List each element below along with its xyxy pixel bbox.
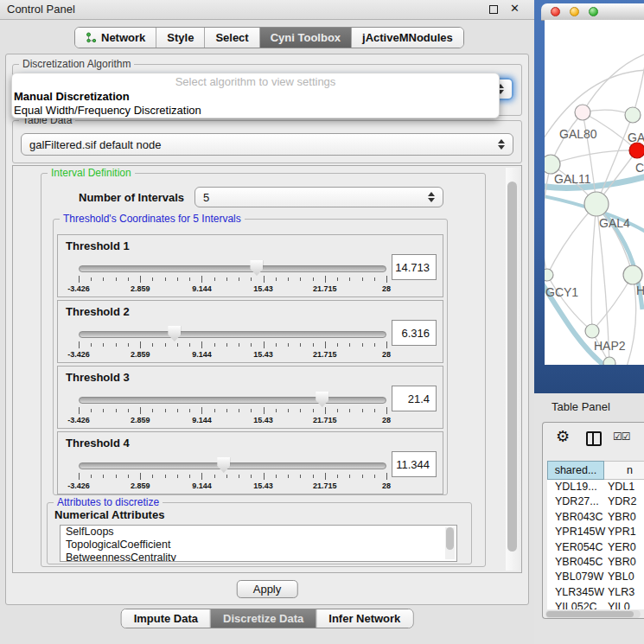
tick-mark	[313, 277, 314, 281]
network-node[interactable]	[545, 155, 560, 174]
number-of-intervals-combobox[interactable]: 5	[194, 187, 443, 207]
network-node[interactable]	[585, 324, 599, 338]
spinner-arrows-icon	[498, 139, 506, 150]
table-data-combobox[interactable]: galFiltered.sif default node	[21, 133, 513, 156]
tick-label: 21.715	[313, 416, 337, 424]
table-row[interactable]: YBL079WYBL0	[547, 570, 644, 584]
algorithm-option-equal-width[interactable]: Equal Width/Frequency Discretization	[14, 104, 201, 117]
network-edge	[551, 150, 637, 164]
slider-thumb[interactable]	[250, 260, 263, 276]
tick-mark	[165, 409, 166, 412]
slider-track[interactable]	[79, 397, 386, 404]
tick-mark	[264, 407, 265, 414]
thresholds-group: Threshold's Coordinates for 5 Intervals …	[53, 219, 448, 495]
list-item[interactable]: SelfLoops	[61, 526, 456, 539]
list-item[interactable]: TopologicalCoefficient	[61, 539, 456, 552]
threshold-value[interactable]: 21.4	[392, 386, 437, 411]
column-header-name[interactable]: n	[604, 461, 644, 480]
gear-icon[interactable]: ⚙	[556, 427, 570, 446]
network-edge	[547, 204, 596, 275]
table-row[interactable]: YDR27...YDR2	[547, 494, 644, 509]
cell-name: YDL1	[604, 480, 644, 494]
slider-thumb[interactable]	[217, 457, 230, 473]
table-row[interactable]: YDL19...YDL1	[547, 480, 644, 494]
tick-mark	[189, 475, 190, 478]
network-node[interactable]	[603, 357, 615, 365]
float-icon[interactable]	[489, 5, 498, 14]
algorithm-option-manual[interactable]: Manual Discretization	[14, 90, 130, 103]
tab-cyni-toolbox[interactable]: Cyni Toolbox	[260, 28, 352, 48]
slider-thumb[interactable]	[316, 392, 328, 407]
node-label: GAL11	[554, 172, 591, 186]
thresholds-group-title: Threshold's Coordinates for 5 Intervals	[60, 213, 245, 225]
control-panel-titlebar: Control Panel ✕	[0, 0, 534, 20]
columns-icon[interactable]	[586, 431, 602, 446]
horizontal-scrollbar[interactable]	[545, 610, 641, 618]
network-node[interactable]	[629, 143, 644, 158]
slider-thumb[interactable]	[168, 326, 181, 341]
tick-mark	[177, 277, 178, 281]
network-edge	[633, 54, 644, 115]
table-row[interactable]: YER054CYER0	[547, 540, 644, 555]
vertical-scrollbar-thumb[interactable]	[507, 182, 517, 552]
zoom-traffic-light[interactable]	[589, 7, 598, 16]
column-header-shared-name[interactable]: shared...	[547, 461, 604, 480]
threshold-label: Threshold 4	[66, 437, 130, 450]
tab-network[interactable]: Network	[75, 28, 156, 48]
table-row[interactable]: YPR145WYPR1	[547, 525, 644, 539]
network-canvas[interactable]: GAL80GACGAL11GAL4GCY1HHAP2	[545, 20, 644, 365]
network-node[interactable]	[545, 269, 553, 281]
apply-button[interactable]: Apply	[237, 580, 298, 598]
tick-mark	[116, 277, 117, 281]
tick-mark	[103, 277, 104, 281]
close-traffic-light[interactable]	[551, 7, 560, 16]
minimize-traffic-light[interactable]	[570, 7, 579, 16]
checkboxes-icon[interactable]: ☑☑	[613, 430, 630, 443]
bottom-tab-infer-network[interactable]: Infer Network	[316, 609, 412, 628]
threshold-slider[interactable]: -3.4262.8599.14415.4321.71528	[79, 328, 386, 361]
table-row[interactable]: YLR345WYLR3	[547, 585, 644, 600]
attributes-scrollbar-thumb[interactable]	[446, 527, 454, 550]
network-node[interactable]	[575, 105, 590, 120]
table-row[interactable]: YBR043CYBR0	[547, 510, 644, 525]
network-edge	[592, 275, 633, 331]
bottom-tab-discretize-data[interactable]: Discretize Data	[211, 609, 316, 628]
slider-track[interactable]	[79, 462, 386, 469]
tick-label: 28	[382, 284, 391, 293]
threshold-value[interactable]: 11.344	[392, 451, 437, 477]
close-icon[interactable]: ✕	[510, 2, 520, 15]
tick-mark	[116, 475, 117, 478]
tick-mark	[239, 475, 239, 478]
vertical-scrollbar[interactable]	[506, 168, 520, 571]
list-item[interactable]: BetweennessCentrality	[61, 552, 456, 562]
tick-mark	[239, 343, 239, 347]
tick-label: -3.426	[67, 350, 90, 359]
tick-mark	[349, 475, 350, 478]
slider-track[interactable]	[79, 331, 386, 338]
threshold-slider[interactable]: -3.4262.8599.14415.4321.71528	[79, 263, 386, 296]
tick-label: 2.859	[131, 481, 150, 490]
threshold-slider[interactable]: -3.4262.8599.14415.4321.71528	[79, 394, 386, 427]
tab-select[interactable]: Select	[205, 28, 259, 48]
network-node[interactable]	[623, 265, 642, 284]
attributes-list-scrollbar[interactable]	[445, 527, 455, 559]
cell-shared-name: YPR145W	[547, 525, 604, 539]
slider-track[interactable]	[79, 265, 386, 272]
table-row[interactable]: YIL052CYIL0	[547, 600, 644, 609]
network-node[interactable]	[584, 192, 609, 216]
horizontal-scrollbar-thumb[interactable]	[546, 611, 634, 617]
threshold-value[interactable]: 6.316	[392, 320, 437, 346]
tick-mark	[91, 475, 92, 478]
tick-label: 21.715	[313, 481, 337, 490]
tab-style[interactable]: Style	[156, 28, 205, 48]
tick-mark	[251, 409, 252, 412]
bottom-tab-impute-data[interactable]: Impute Data	[122, 609, 211, 628]
table-row[interactable]: YBR045CYBR0	[547, 555, 644, 570]
tick-label: 9.144	[192, 481, 212, 490]
threshold-value[interactable]: 14.713	[392, 254, 437, 280]
network-edge	[583, 112, 596, 204]
network-icon	[86, 32, 97, 43]
threshold-slider[interactable]: -3.4262.8599.14415.4321.71528	[79, 460, 386, 493]
network-node[interactable]	[625, 107, 641, 123]
tab-jactivemnodules[interactable]: jActiveMNodules	[352, 28, 463, 48]
